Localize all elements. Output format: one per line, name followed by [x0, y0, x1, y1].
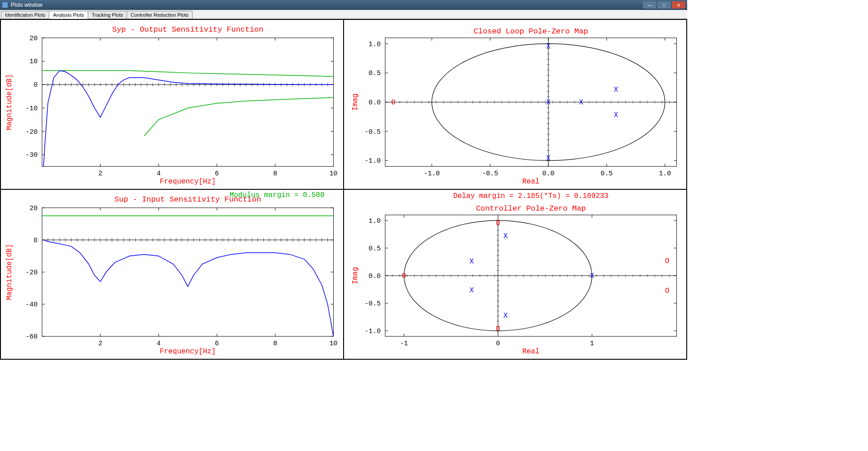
svg-text:O: O	[496, 219, 500, 227]
svg-text:O: O	[496, 325, 500, 333]
svg-text:-40: -40	[25, 301, 38, 308]
plot-sup: Sup - Input Sensitivity Function246810-6…	[0, 189, 344, 359]
tab-identification[interactable]: Identification Plots	[1, 11, 49, 19]
svg-text:-20: -20	[25, 128, 38, 136]
svg-text:O: O	[665, 257, 670, 265]
svg-text:2: 2	[98, 340, 102, 347]
tab-bar: Identification Plots Analysis Plots Trac…	[0, 10, 687, 19]
minimize-button[interactable]: —	[643, 1, 656, 9]
svg-text:Magnitude[dB]: Magnitude[dB]	[5, 74, 14, 130]
svg-text:1.0: 1.0	[368, 41, 381, 48]
plots-grid: Syp - Output Sensitivity Function246810-…	[0, 19, 687, 360]
svg-text:1.0: 1.0	[659, 170, 671, 177]
svg-text:-1.0: -1.0	[364, 328, 381, 335]
svg-text:-1: -1	[400, 340, 408, 347]
tab-analysis[interactable]: Analysis Plots	[49, 11, 88, 19]
svg-text:0: 0	[496, 340, 500, 347]
svg-text:0.0: 0.0	[368, 99, 381, 106]
window-titlebar: Plots window — □ ✕	[0, 0, 687, 10]
svg-text:Imag: Imag	[351, 94, 359, 111]
svg-text:X: X	[470, 258, 474, 266]
svg-text:X: X	[614, 111, 618, 119]
window-title: Plots window	[11, 2, 643, 8]
svg-text:X: X	[503, 232, 508, 240]
svg-text:Frequency[Hz]: Frequency[Hz]	[160, 178, 216, 186]
svg-text:X: X	[503, 312, 508, 320]
plot-pzclosed: Closed Loop Pole-Zero Map-1.0-0.50.00.51…	[344, 19, 687, 189]
svg-text:-10: -10	[25, 105, 38, 112]
svg-rect-1	[42, 38, 334, 166]
svg-text:8: 8	[273, 170, 277, 177]
svg-text:8: 8	[273, 340, 277, 347]
svg-text:-60: -60	[25, 333, 38, 340]
svg-text:0: 0	[33, 237, 38, 244]
svg-text:1: 1	[590, 340, 594, 347]
svg-text:X: X	[470, 287, 474, 295]
chart-syp: Syp - Output Sensitivity Function246810-…	[1, 20, 343, 189]
svg-text:Syp - Output Sensitivity Funct: Syp - Output Sensitivity Function	[112, 25, 264, 34]
svg-text:2: 2	[98, 170, 102, 177]
svg-text:X: X	[579, 99, 583, 107]
svg-text:-20: -20	[25, 269, 38, 276]
svg-text:X: X	[614, 86, 618, 94]
svg-text:20: 20	[29, 205, 38, 212]
svg-text:Magnitude[dB]: Magnitude[dB]	[5, 244, 14, 300]
svg-text:4: 4	[156, 340, 160, 347]
svg-text:10: 10	[330, 170, 338, 177]
svg-text:6: 6	[215, 340, 219, 347]
svg-text:Closed Loop Pole-Zero Map: Closed Loop Pole-Zero Map	[474, 27, 588, 36]
svg-text:X: X	[546, 99, 551, 107]
plot-pzctrl: Delay margin = 2.185(*Ts) = 0.109233Cont…	[344, 189, 687, 359]
svg-text:Imag: Imag	[351, 267, 359, 284]
window-controls: — □ ✕	[643, 1, 685, 9]
svg-text:-1.0: -1.0	[424, 170, 440, 177]
svg-text:0.0: 0.0	[368, 272, 381, 280]
app-icon	[2, 2, 8, 8]
svg-text:4: 4	[156, 170, 160, 177]
svg-text:20: 20	[29, 35, 38, 42]
svg-text:Frequency[Hz]: Frequency[Hz]	[160, 348, 216, 356]
svg-text:10: 10	[29, 58, 38, 65]
svg-text:1.0: 1.0	[368, 217, 381, 225]
svg-text:-0.5: -0.5	[482, 170, 498, 177]
svg-text:O: O	[665, 287, 670, 295]
close-button[interactable]: ✕	[672, 1, 685, 9]
svg-text:X: X	[546, 42, 551, 51]
svg-text:O: O	[402, 272, 406, 280]
svg-text:-30: -30	[25, 151, 38, 159]
svg-text:O: O	[391, 99, 396, 107]
tab-controller-reduction[interactable]: Controller Reduction Plots	[127, 11, 193, 19]
svg-text:X: X	[546, 155, 551, 163]
svg-text:-0.5: -0.5	[364, 300, 381, 307]
chart-pzclosed: Closed Loop Pole-Zero Map-1.0-0.50.00.51…	[344, 20, 686, 189]
svg-text:10: 10	[330, 340, 338, 347]
svg-text:Controller Pole-Zero Map: Controller Pole-Zero Map	[476, 204, 586, 213]
svg-text:0.5: 0.5	[368, 70, 381, 77]
svg-text:Real: Real	[522, 178, 539, 186]
svg-text:0.5: 0.5	[368, 245, 381, 252]
svg-text:Modulus margin = 0.500: Modulus margin = 0.500	[230, 191, 325, 199]
svg-text:0.5: 0.5	[600, 170, 613, 177]
svg-text:0: 0	[33, 81, 38, 89]
svg-rect-194	[42, 208, 334, 336]
tab-tracking[interactable]: Tracking Plots	[88, 11, 127, 19]
plot-syp: Syp - Output Sensitivity Function246810-…	[0, 19, 344, 189]
chart-sup: Sup - Input Sensitivity Function246810-6…	[1, 190, 343, 359]
maximize-button[interactable]: □	[657, 1, 671, 9]
svg-text:0.0: 0.0	[542, 170, 555, 177]
svg-text:6: 6	[215, 170, 219, 177]
svg-text:Real: Real	[522, 348, 539, 356]
svg-text:-0.5: -0.5	[364, 128, 381, 136]
svg-text:-1.0: -1.0	[364, 157, 381, 164]
chart-pzctrl: Delay margin = 2.185(*Ts) = 0.109233Cont…	[344, 190, 686, 359]
svg-text:X: X	[590, 272, 594, 280]
svg-text:Delay margin = 2.185(*Ts) = 0.: Delay margin = 2.185(*Ts) = 0.109233	[453, 192, 609, 200]
